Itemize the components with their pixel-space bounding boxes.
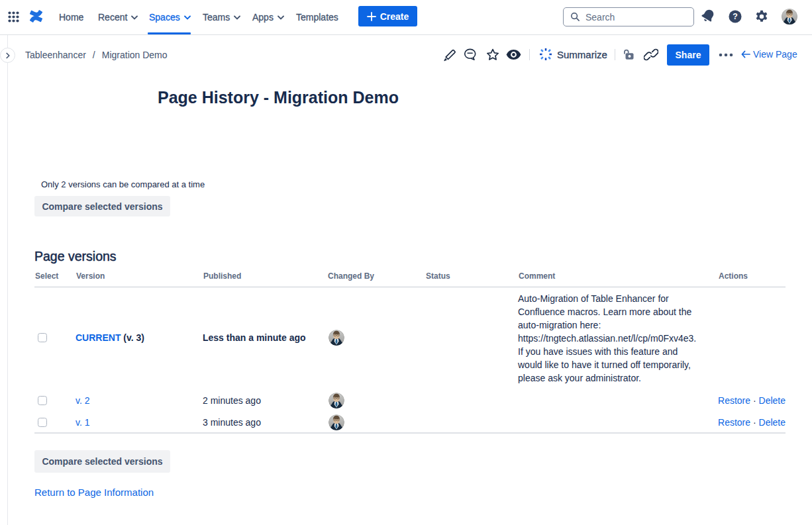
svg-text:?: ? <box>733 12 738 21</box>
